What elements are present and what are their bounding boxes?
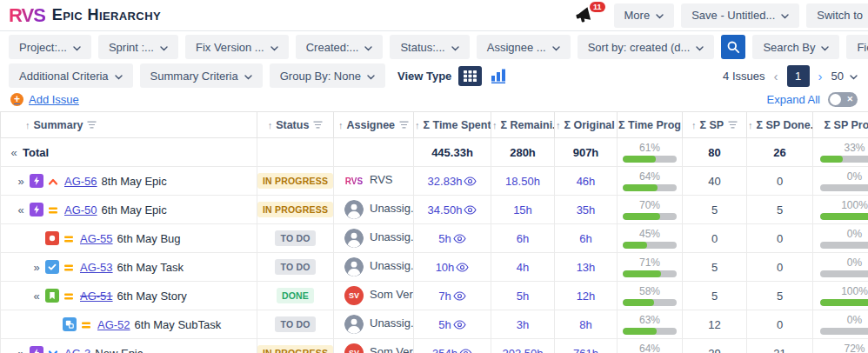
- next-page-icon[interactable]: ›: [818, 70, 823, 83]
- filter-created[interactable]: Created:...: [296, 35, 384, 59]
- watch-icon[interactable]: [464, 203, 477, 216]
- sp-progress-cell: 72%: [813, 339, 868, 353]
- time-progress-cell: 61%: [618, 138, 683, 167]
- time-progress-cell: 63%: [618, 310, 683, 339]
- chart-view-button[interactable]: [491, 68, 508, 83]
- sp-done-cell: 0: [747, 224, 813, 253]
- sort-icon[interactable]: ↑: [25, 120, 30, 130]
- watch-icon[interactable]: [459, 347, 472, 353]
- issue-key-link[interactable]: AG-50: [64, 203, 97, 216]
- expander-icon[interactable]: «: [15, 203, 27, 216]
- sp-done-cell: 21: [747, 339, 813, 353]
- prev-page-icon[interactable]: ‹: [774, 70, 778, 83]
- more-button[interactable]: More: [614, 3, 675, 28]
- column-header-original[interactable]: ↑Σ Original ...: [555, 112, 618, 138]
- issue-key-link[interactable]: AG-56: [64, 175, 97, 188]
- sort-icon[interactable]: ↑: [691, 120, 697, 130]
- progress-bar: [623, 156, 677, 163]
- search-button[interactable]: [721, 35, 745, 59]
- sort-icon[interactable]: ↑: [338, 120, 344, 130]
- watch-icon[interactable]: [453, 290, 466, 303]
- switch-to-button[interactable]: Switch to: [806, 3, 868, 28]
- status-cell: TO DO: [257, 224, 334, 253]
- sort-icon[interactable]: ↑: [415, 120, 420, 130]
- column-header-sp[interactable]: ↑Σ SP: [683, 112, 747, 138]
- column-header-assignee[interactable]: ↑Assignee: [334, 112, 414, 138]
- watch-icon[interactable]: [456, 261, 469, 274]
- current-page[interactable]: 1: [787, 65, 810, 87]
- expander-icon[interactable]: »: [15, 347, 27, 353]
- filter-status[interactable]: Status:...: [390, 35, 469, 59]
- column-header-remaini[interactable]: ↑Σ Remaini...: [491, 112, 555, 138]
- summary-cell: «AG-506th May Epic: [1, 196, 257, 224]
- filter-sort-by-created-d[interactable]: Sort by: created (d...: [578, 35, 715, 59]
- issue-key-link[interactable]: AG-53: [80, 261, 113, 274]
- column-header-sp-prog[interactable]: Σ SP Prog...: [813, 112, 868, 138]
- time-remaining-cell: 280h: [491, 138, 555, 167]
- progress-label: 63%: [639, 315, 660, 326]
- expand-all-toggle[interactable]: ✕: [828, 92, 858, 107]
- expander-icon[interactable]: »: [30, 261, 43, 274]
- add-issue-link[interactable]: + Add Issue: [10, 93, 79, 106]
- status-cell: TO DO: [257, 253, 334, 282]
- column-header-time-spent[interactable]: ↑Σ Time Spent...: [414, 112, 491, 138]
- issue-key-link[interactable]: AG-52: [97, 318, 130, 331]
- chevron-down-icon: [781, 9, 789, 22]
- progress-bar: [820, 299, 868, 306]
- avatar: RVS: [344, 171, 364, 190]
- fields-dropdown[interactable]: Fields: [846, 35, 868, 59]
- sp-cell: 5: [683, 253, 747, 282]
- sort-icon[interactable]: ↑: [268, 120, 273, 130]
- watch-icon[interactable]: [464, 175, 477, 188]
- expander-icon[interactable]: «: [30, 290, 43, 303]
- chevron-down-icon: [115, 70, 123, 83]
- column-header-status[interactable]: ↑Status: [257, 112, 334, 138]
- status-badge: DONE: [277, 288, 314, 303]
- time-remaining-cell: 6h: [491, 224, 555, 253]
- watch-icon[interactable]: [453, 232, 466, 245]
- column-header-sp-done[interactable]: ↑Σ SP Done...: [747, 112, 813, 138]
- sort-icon[interactable]: ↑: [556, 120, 561, 130]
- time-remaining-cell: 4h: [491, 253, 555, 282]
- sp-done-cell: 0: [747, 167, 813, 196]
- sp-progress-cell: 0%: [813, 310, 868, 339]
- filter-assignee[interactable]: Assignee ...: [477, 35, 571, 59]
- sort-icon[interactable]: ↑: [748, 120, 753, 130]
- summary-cell: «Total: [1, 138, 257, 167]
- filter-fix-version[interactable]: Fix Version ...: [185, 35, 289, 59]
- issue-key-link[interactable]: AG-51: [80, 290, 113, 303]
- sort-icon[interactable]: ↑: [492, 120, 497, 130]
- issue-key-link[interactable]: AG-55: [80, 232, 113, 245]
- criteria-summary-criteria[interactable]: Summary Criteria: [140, 63, 263, 88]
- sp-cell: 12: [683, 310, 747, 339]
- table-row: »AG-568th May EpicIN PROGRESSRVSRVS32.83…: [1, 167, 868, 196]
- issue-key-link[interactable]: AG-3: [64, 347, 90, 353]
- assignee-name: Som Ver.: [370, 288, 414, 301]
- column-header-summary[interactable]: ↑Summary: [1, 112, 257, 138]
- announcement-icon[interactable]: 11: [574, 5, 598, 26]
- status-cell: IN PROGRESS: [257, 196, 334, 224]
- progress-bar: [820, 328, 868, 335]
- filter-sprint[interactable]: Sprint :...: [98, 35, 178, 59]
- search-by-dropdown[interactable]: Search By: [752, 35, 839, 59]
- original-estimate-cell: 761h: [555, 339, 618, 353]
- progress-label: 58%: [639, 286, 660, 297]
- progress-label: 0%: [847, 315, 862, 326]
- issue-summary: Total: [23, 146, 49, 159]
- expander-icon[interactable]: »: [15, 175, 27, 188]
- grid-icon: [464, 70, 477, 82]
- chevron-down-icon: [73, 41, 81, 54]
- chevron-down-icon: [696, 41, 704, 54]
- expand-all-link[interactable]: Expand All: [767, 93, 820, 106]
- criteria-additional-criteria[interactable]: Additional Criteria: [9, 63, 133, 88]
- save-button[interactable]: Save - Untitled...: [681, 3, 799, 28]
- page-size-dropdown[interactable]: 50: [831, 70, 858, 83]
- grid-view-button[interactable]: [458, 66, 482, 86]
- issues-table: ↑Summary↑Status↑Assignee↑Σ Time Spent...…: [0, 111, 868, 353]
- filter-icon: [313, 121, 323, 129]
- watch-icon[interactable]: [453, 318, 466, 331]
- expander-icon[interactable]: «: [8, 146, 20, 159]
- filter-project[interactable]: Project:...: [9, 35, 91, 59]
- column-header-time-prog[interactable]: Σ Time Prog: [618, 112, 683, 138]
- criteria-group-by-none[interactable]: Group By: None: [270, 63, 385, 88]
